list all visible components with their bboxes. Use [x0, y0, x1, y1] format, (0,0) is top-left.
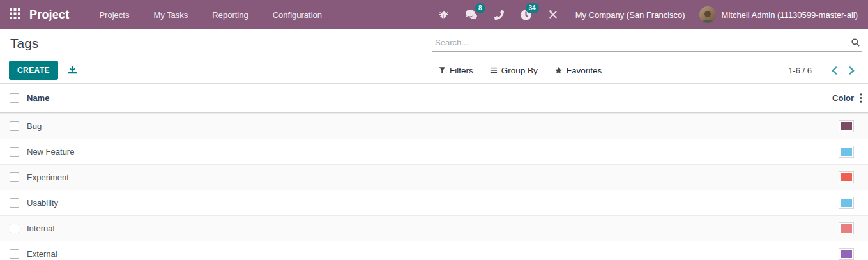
- color-swatch: [839, 222, 854, 234]
- tags-list: Name Color Bug New Feature Experiment Us…: [0, 84, 868, 260]
- apps-grid-icon: [10, 8, 20, 22]
- filter-icon: [439, 66, 446, 74]
- menu-my-tasks[interactable]: My Tasks: [141, 0, 200, 29]
- row-checkbox[interactable]: [10, 198, 19, 208]
- row-checkbox[interactable]: [10, 147, 19, 157]
- color-swatch: [839, 197, 854, 209]
- row-checkbox[interactable]: [10, 249, 19, 259]
- create-button[interactable]: CREATE: [9, 61, 58, 80]
- user-menu[interactable]: Mitchell Admin (11130599-master-all): [699, 6, 858, 23]
- table-row[interactable]: Usability: [0, 190, 868, 215]
- search-options: Filters Group By Favorites: [439, 66, 618, 75]
- messages-badge: 8: [475, 3, 485, 13]
- group-by-button[interactable]: Group By: [490, 66, 538, 75]
- user-name: Mitchell Admin (11130599-master-all): [722, 10, 858, 20]
- favorites-button[interactable]: Favorites: [554, 66, 602, 75]
- column-options-icon[interactable]: [854, 93, 868, 103]
- color-swatch: [839, 248, 854, 260]
- pager-previous-button[interactable]: [826, 64, 843, 77]
- search-input[interactable]: [435, 38, 851, 47]
- table-row[interactable]: Bug: [0, 113, 868, 139]
- table-row[interactable]: New Feature: [0, 139, 868, 164]
- group-by-icon: [490, 66, 498, 74]
- group-by-label: Group By: [501, 66, 538, 75]
- menu-reporting[interactable]: Reporting: [200, 0, 260, 29]
- row-checkbox[interactable]: [10, 121, 19, 131]
- star-icon: [554, 66, 563, 75]
- tag-name: Usability: [27, 198, 816, 208]
- bug-icon: [439, 10, 449, 20]
- color-swatch: [839, 146, 854, 158]
- tag-name: Bug: [27, 121, 816, 131]
- tag-name: Experiment: [27, 172, 816, 182]
- apps-menu-button[interactable]: [0, 0, 29, 29]
- menu-projects[interactable]: Projects: [87, 0, 141, 29]
- control-panel: Tags CREATE Filters: [0, 29, 868, 84]
- row-checkbox[interactable]: [10, 224, 19, 233]
- bug-report-button[interactable]: [430, 0, 457, 29]
- pager-range: 1-6 / 6: [788, 66, 812, 75]
- table-row[interactable]: Experiment: [0, 164, 868, 190]
- color-swatch: [839, 120, 854, 132]
- favorites-label: Favorites: [567, 66, 602, 75]
- voip-button[interactable]: [486, 0, 512, 29]
- search-bar[interactable]: [432, 35, 862, 52]
- menu-configuration[interactable]: Configuration: [261, 0, 334, 29]
- table-row[interactable]: Internal: [0, 215, 868, 241]
- company-switcher[interactable]: My Company (San Francisco): [575, 10, 685, 20]
- filters-label: Filters: [450, 66, 473, 75]
- select-all-checkbox[interactable]: [10, 93, 19, 103]
- user-avatar: [699, 6, 716, 23]
- table-header: Name Color: [0, 84, 868, 113]
- tools-icon: [548, 10, 558, 20]
- pager-next-button[interactable]: [843, 64, 860, 77]
- table-row[interactable]: External: [0, 241, 868, 260]
- phone-icon: [494, 10, 504, 20]
- activities-button[interactable]: 34: [512, 0, 540, 29]
- row-checkbox[interactable]: [10, 172, 19, 182]
- tag-name: New Feature: [27, 147, 816, 157]
- tools-button[interactable]: [540, 0, 567, 29]
- export-download-icon[interactable]: [68, 66, 77, 75]
- search-icon[interactable]: [851, 38, 860, 47]
- column-header-color[interactable]: Color: [816, 93, 854, 103]
- activities-badge: 34: [526, 3, 539, 13]
- messages-button[interactable]: 8: [457, 0, 486, 29]
- top-navbar: Project Projects My Tasks Reporting Conf…: [0, 0, 868, 29]
- filters-button[interactable]: Filters: [439, 66, 473, 75]
- app-title: Project: [29, 8, 69, 22]
- page-title: Tags: [10, 36, 38, 51]
- main-menu: Projects My Tasks Reporting Configuratio…: [87, 0, 334, 29]
- column-header-name[interactable]: Name: [27, 93, 816, 103]
- tag-name: External: [27, 249, 816, 259]
- tag-name: Internal: [27, 224, 816, 233]
- pager: 1-6 / 6: [788, 64, 860, 77]
- color-swatch: [839, 171, 854, 183]
